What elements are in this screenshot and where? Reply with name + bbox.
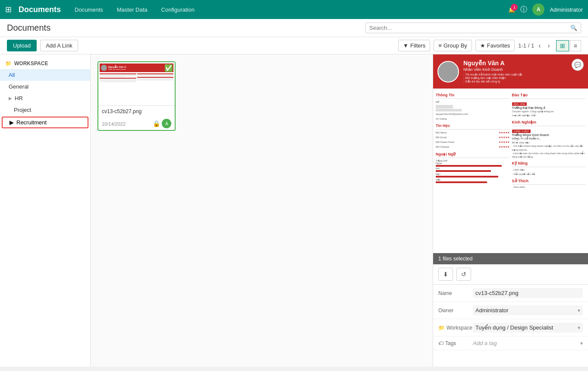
lock-icon: 🔒 — [153, 120, 160, 127]
field-name-row: Name cv13-c52b27.png — [433, 285, 588, 302]
share-button[interactable]: ↺ — [456, 268, 471, 281]
filters-button[interactable]: ▼ Filters — [398, 40, 430, 51]
field-owner-value[interactable]: Administrator ▾ — [473, 305, 583, 315]
preview-image: Nguyễn Văn A Nhân Viên Kinh Doanh - Tôi … — [433, 54, 588, 253]
search-bar[interactable]: 🔍 — [365, 22, 581, 33]
star-icon: ★ — [480, 42, 485, 49]
field-tags-label: 🏷 Tags — [438, 340, 473, 346]
sidebar-item-general[interactable]: General — [0, 81, 90, 92]
download-icon: ⬇ — [443, 271, 448, 278]
list-view-button[interactable]: ≡ — [570, 40, 581, 51]
app-title: Documents — [19, 5, 61, 14]
workspace-dropdown-arrow: ▾ — [578, 325, 580, 331]
group-by-button[interactable]: ≡ Group By — [434, 40, 472, 51]
name-label-text: Name — [438, 290, 452, 296]
document-owner-avatar: A — [162, 119, 171, 128]
sidebar-item-general-label: General — [9, 83, 28, 90]
next-page-button[interactable]: › — [545, 41, 553, 51]
document-name: cv13-c52b27.png — [102, 108, 171, 114]
tags-dropdown-arrow: ▾ — [580, 340, 583, 346]
action-buttons: ⬇ ↺ — [433, 264, 588, 285]
toolbar-right: ▼ Filters ≡ Group By ★ Favorites 1-1 / 1… — [398, 40, 581, 51]
favorites-button[interactable]: ★ Favorites — [475, 40, 515, 51]
toolbar-left: Upload Add A Link — [7, 40, 78, 51]
field-workspace-label: 📁 Workspace — [438, 325, 473, 331]
preview-panel: Nguyễn Văn A Nhân Viên Kinh Doanh - Tôi … — [433, 54, 588, 367]
comment-icon: 💬 — [574, 62, 581, 68]
document-card-footer: 10/14/2022 🔒 A — [98, 117, 175, 130]
field-workspace-value[interactable]: Tuyển dụng / Design Specialist ▾ — [473, 323, 583, 333]
share-icon: ↺ — [461, 271, 466, 278]
sidebar-item-hr[interactable]: ▶ HR — [0, 92, 90, 104]
field-owner-label: Owner — [438, 308, 473, 314]
name-value-text: cv13-c52b27.png — [475, 290, 519, 296]
document-date: 10/14/2022 — [102, 121, 126, 127]
field-name-value[interactable]: cv13-c52b27.png — [473, 288, 583, 298]
nav-icons: 🔔 1 ⓘ A Administrator — [508, 3, 583, 16]
search-input[interactable] — [369, 25, 570, 31]
workspace-value-text: Tuyển dụng / Design Specialist — [475, 324, 553, 331]
field-tags-value[interactable]: Add a tag ▾ — [473, 340, 583, 346]
toolbar: Upload Add A Link ▼ Filters ≡ Group By ★… — [0, 37, 588, 54]
document-card-body: cv13-c52b27.png — [98, 105, 175, 117]
pagination-text: 1-1 / 1 — [518, 42, 534, 49]
owner-label-text: Owner — [438, 308, 453, 314]
main-layout: 📁 WORKSPACE All General ▶ HR Project ▶ R… — [0, 54, 588, 367]
sidebar-item-recruitment-label: Recruitment — [16, 119, 47, 126]
view-buttons: ⊞ ≡ — [556, 40, 581, 51]
favorites-label: Favorites — [487, 42, 510, 49]
selected-files-text: 1 files selected — [433, 253, 588, 264]
field-tags-row: 🏷 Tags Add a tag ▾ — [433, 336, 588, 350]
workspace-folder-icon-label: 📁 — [438, 325, 445, 331]
top-navigation: ⊞ Documents Documents Master Data Config… — [0, 0, 588, 19]
sidebar-item-all[interactable]: All — [0, 69, 90, 81]
prev-page-button[interactable]: ‹ — [536, 41, 543, 51]
tags-icon: 🏷 — [438, 340, 443, 346]
filter-icon: ▼ — [403, 42, 409, 49]
document-check-icon: ✅ — [164, 64, 173, 72]
group-by-icon: ≡ — [438, 42, 442, 49]
group-by-label: Group By — [443, 42, 467, 49]
workspace-label-text: Workspace — [447, 325, 472, 331]
comment-button[interactable]: 💬 — [572, 59, 584, 71]
page-title: Documents — [7, 23, 50, 33]
notification-bell[interactable]: 🔔 1 — [508, 6, 515, 13]
sidebar-item-project-label: Project — [14, 107, 31, 113]
download-button[interactable]: ⬇ — [438, 268, 453, 281]
sidebar: 📁 WORKSPACE All General ▶ HR Project ▶ R… — [0, 54, 91, 367]
grid-view-button[interactable]: ⊞ — [556, 40, 569, 51]
avatar[interactable]: A — [532, 3, 544, 16]
owner-value-text: Administrator — [475, 307, 509, 314]
document-card[interactable]: Nguyễn Văn A Nhân Viên Kinh Doanh — [97, 61, 176, 131]
sidebar-item-project[interactable]: Project — [0, 104, 90, 116]
app-grid-icon[interactable]: ⊞ — [5, 5, 12, 14]
tags-label-text: Tags — [445, 340, 456, 346]
tags-placeholder: Add a tag — [473, 340, 497, 346]
upload-button[interactable]: Upload — [7, 40, 37, 51]
workspace-label: 📁 WORKSPACE — [0, 58, 90, 69]
pagination: 1-1 / 1 ‹ › — [518, 41, 553, 51]
sidebar-item-recruitment[interactable]: ▶ Recruitment — [2, 117, 88, 128]
field-owner-row: Owner Administrator ▾ — [433, 302, 588, 319]
field-workspace-row: 📁 Workspace Tuyển dụng / Design Speciali… — [433, 319, 588, 336]
nav-master-data[interactable]: Master Data — [113, 5, 151, 15]
sub-header: Documents 🔍 — [0, 19, 588, 37]
field-name-label: Name — [438, 290, 473, 296]
recruitment-chevron-icon: ▶ — [9, 119, 14, 126]
nav-documents[interactable]: Documents — [71, 5, 107, 15]
document-grid-content: Nguyễn Văn A Nhân Viên Kinh Doanh — [91, 54, 433, 367]
nav-configuration[interactable]: Configuration — [158, 5, 198, 15]
admin-name[interactable]: Administrator — [550, 6, 583, 13]
search-icon[interactable]: 🔍 — [570, 25, 577, 31]
owner-dropdown-arrow: ▾ — [578, 308, 580, 314]
add-link-button[interactable]: Add A Link — [40, 40, 78, 51]
notification-badge: 1 — [511, 4, 518, 11]
workspace-folder-icon: 📁 — [5, 60, 12, 67]
document-grid: Nguyễn Văn A Nhân Viên Kinh Doanh — [97, 61, 426, 131]
help-icon[interactable]: ⓘ — [520, 5, 527, 14]
hr-chevron-icon: ▶ — [9, 96, 12, 101]
sidebar-item-all-label: All — [9, 72, 15, 78]
sub-header-right: 🔍 — [365, 22, 581, 33]
document-thumbnail: Nguyễn Văn A Nhân Viên Kinh Doanh — [98, 62, 175, 105]
workspace-text: WORKSPACE — [14, 60, 48, 67]
